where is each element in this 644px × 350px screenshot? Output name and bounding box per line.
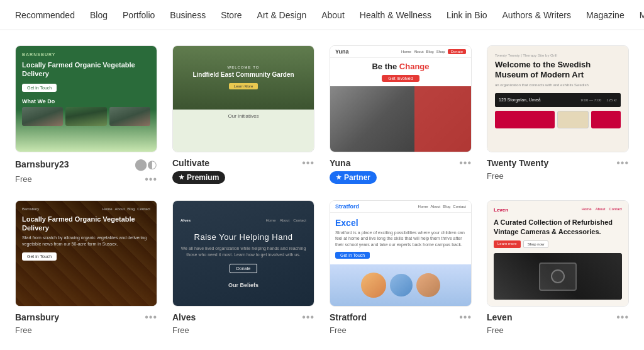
- nav-bar: Recommended Blog Portfolio Business Stor…: [0, 0, 644, 30]
- more-options-icon[interactable]: •••: [616, 157, 629, 169]
- card-info-stratford: Stratford ••• Free: [330, 312, 472, 335]
- section-label: What We Do: [22, 98, 150, 104]
- stratford-logo: Stratford: [335, 203, 359, 210]
- barnsbury-btn: Get in Touch: [22, 252, 57, 261]
- card-title: Cultivate: [172, 158, 209, 168]
- card-barnsbury23: BARNSBURY Locally Farmed Organic Vegetab…: [15, 45, 157, 185]
- headline-text: Locally Farmed Organic Vegetable Deliver…: [22, 60, 150, 79]
- nav-item-linkinbio[interactable]: Link in Bio: [439, 6, 495, 24]
- tt-box-red-1: [495, 111, 555, 128]
- alves-btn: Donate: [230, 264, 258, 273]
- card-price: Free: [487, 171, 504, 181]
- card-yuna: Yuna Home About Blog Shop Donate Be the …: [330, 45, 472, 185]
- initiatives-label: Our Initiatives: [173, 110, 314, 123]
- card-info-yuna: Yuna ••• ★ Partner: [330, 157, 472, 184]
- card-price: Free: [15, 325, 32, 335]
- card-thumb-cultivate[interactable]: WELCOME TO Lindfield East Community Gard…: [172, 45, 314, 152]
- tt-info-bar: 123 Storgatan, Umeå 9:00 — 7:00 125 kr: [495, 93, 621, 107]
- card-price: Free: [172, 325, 189, 335]
- leven-image: [494, 253, 622, 300]
- thumb-img-2: [65, 107, 106, 126]
- premium-badge: ★ Premium: [172, 171, 225, 184]
- card-thumb-stratford[interactable]: Stratford HomeAboutBlogContact Excel Str…: [330, 200, 472, 307]
- nav-item-blog[interactable]: Blog: [82, 6, 115, 24]
- card-info-leven: Leven ••• Free: [487, 312, 629, 335]
- nav-item-about[interactable]: About: [314, 6, 352, 24]
- card-thumb-leven[interactable]: Leven HomeAboutContact A Curated Collect…: [487, 200, 629, 307]
- cta-button: Get in Touch: [22, 84, 57, 92]
- yuna-logo: Yuna: [335, 48, 349, 55]
- tt-box-beige: [557, 111, 589, 128]
- card-info-barnsbury: Barnsbury ••• Free: [15, 312, 157, 335]
- tt-headline: Welcome to the Swedish Museum of Modern …: [495, 60, 621, 81]
- nav-item-recommended[interactable]: Recommended: [8, 6, 82, 24]
- more-options-icon[interactable]: •••: [459, 312, 472, 323]
- leven-learn-btn: Learn more: [494, 240, 521, 248]
- card-thumb-yuna[interactable]: Yuna Home About Blog Shop Donate Be the …: [330, 45, 472, 152]
- welcome-text: WELCOME TO: [192, 65, 294, 69]
- barnsbury-headline: Locally Farmed Organic Vegetable Deliver…: [22, 215, 150, 233]
- tt-address: 123 Storgatan, Umeå: [499, 98, 581, 102]
- stratford-btn: Get in Touch: [335, 252, 370, 259]
- nav-item-portfolio[interactable]: Portfolio: [115, 6, 162, 24]
- more-options-icon[interactable]: •••: [302, 157, 314, 169]
- card-barnsbury: BarnsburyHomeAboutBlogContact Locally Fa…: [15, 200, 157, 336]
- nav-item-healthwellness[interactable]: Health & Wellness: [352, 6, 439, 24]
- card-info-twentytwenty: Twenty Twenty ••• Free: [487, 157, 629, 181]
- card-cultivate: WELCOME TO Lindfield East Community Gard…: [172, 45, 314, 185]
- alves-headline: Raise Your Helping Hand: [194, 232, 293, 242]
- card-title: Twenty Twenty: [487, 158, 548, 168]
- yuna-image: [330, 86, 471, 152]
- tt-box-red-2: [591, 111, 621, 128]
- card-title: Alves: [172, 312, 196, 322]
- nav-item-store[interactable]: Store: [213, 6, 249, 24]
- card-stratford: Stratford HomeAboutBlogContact Excel Str…: [330, 200, 472, 336]
- card-title: Leven: [487, 312, 512, 322]
- yuna-headline: Be the Change: [334, 62, 467, 71]
- tt-hours: 9:00 — 7:00: [581, 98, 602, 102]
- more-options-icon[interactable]: •••: [302, 312, 314, 323]
- theme-grid: BARNSBURY Locally Farmed Organic Vegetab…: [0, 30, 644, 350]
- card-alves: Alves HomeAboutContact Raise Your Helpin…: [172, 200, 314, 336]
- more-options-icon[interactable]: •••: [616, 312, 629, 323]
- stratford-sub: Stratford is a place of exciting possibi…: [335, 230, 466, 248]
- tt-subbrand: Twenty Twenty | Therapy Site by Grill: [495, 54, 621, 57]
- leven-shop-btn: Shop now: [523, 240, 549, 248]
- thumb-img-1: [22, 107, 63, 126]
- card-price: Free: [15, 174, 32, 184]
- card-title: Stratford: [330, 312, 367, 322]
- toggle-icon[interactable]: ⬤◐: [135, 157, 157, 171]
- card-info-barnsbury23: Barnsbury23 ⬤◐ Free •••: [15, 157, 157, 185]
- card-info-cultivate: Cultivate ••• ★ Premium: [172, 157, 314, 184]
- tt-price: 125 kr: [606, 98, 617, 102]
- leven-buttons: Learn more Shop now: [494, 240, 622, 248]
- card-thumb-barnsbury[interactable]: BarnsburyHomeAboutBlogContact Locally Fa…: [15, 200, 157, 307]
- tt-info: an organization that connects with and e…: [495, 83, 621, 87]
- garden-name: Lindfield East Community Garden: [192, 71, 294, 79]
- nav-item-magazine[interactable]: Magazine: [579, 6, 632, 24]
- card-thumb-barnsbury23[interactable]: BARNSBURY Locally Farmed Organic Vegetab…: [15, 45, 157, 152]
- nav-item-authorswriters[interactable]: Authors & Writers: [495, 6, 579, 24]
- cultivate-cta: Learn More: [229, 83, 258, 89]
- star-icon: ★: [336, 174, 341, 181]
- card-thumb-alves[interactable]: Alves HomeAboutContact Raise Your Helpin…: [172, 200, 314, 307]
- barnsbury-sub: Start from scratch by allowing organic v…: [22, 235, 150, 247]
- card-thumb-twentytwenty[interactable]: Twenty Twenty | Therapy Site by Grill We…: [487, 45, 629, 152]
- nav-item-artdesign[interactable]: Art & Design: [250, 6, 314, 24]
- more-options-icon[interactable]: •••: [145, 174, 157, 185]
- leven-nav: Leven HomeAboutContact: [494, 207, 622, 213]
- alves-nav: Alves HomeAboutContact: [180, 218, 306, 222]
- yuna-btn: Get Involved: [382, 75, 419, 82]
- alves-beliefs: Our Beliefs: [228, 282, 258, 288]
- card-twentytwenty: Twenty Twenty | Therapy Site by Grill We…: [487, 45, 629, 185]
- yuna-nav-btn: Donate: [448, 49, 466, 54]
- card-leven: Leven HomeAboutContact A Curated Collect…: [487, 200, 629, 336]
- nav-item-music[interactable]: Music: [632, 6, 644, 24]
- card-title: Barnsbury23: [15, 159, 69, 169]
- nav-item-business[interactable]: Business: [162, 6, 213, 24]
- stratford-image: [330, 264, 471, 306]
- more-options-icon[interactable]: •••: [145, 312, 157, 323]
- more-options-icon[interactable]: •••: [459, 157, 472, 169]
- thumb-img-3: [109, 107, 150, 126]
- card-price: Free: [487, 325, 504, 335]
